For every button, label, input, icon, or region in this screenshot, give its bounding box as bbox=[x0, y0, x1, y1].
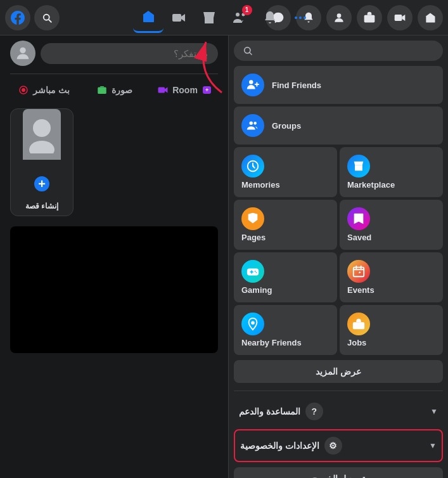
memories-label: Memories bbox=[241, 180, 280, 190]
pages-label: Pages bbox=[241, 233, 266, 242]
logout-btn[interactable]: تسجيل الخروج bbox=[234, 467, 443, 478]
svg-point-6 bbox=[299, 16, 302, 19]
settings-privacy-label: ⚙ الإعدادات والخصوصية bbox=[240, 437, 342, 455]
photo-btn[interactable]: صورة bbox=[80, 79, 148, 101]
nav-video2-btn[interactable] bbox=[387, 5, 413, 30]
menu-gaming[interactable]: Gaming bbox=[234, 252, 337, 302]
svg-rect-9 bbox=[364, 15, 375, 22]
svg-point-18 bbox=[29, 141, 54, 153]
svg-line-21 bbox=[250, 53, 252, 55]
svg-point-5 bbox=[295, 16, 297, 19]
room-icon: + bbox=[203, 86, 211, 94]
show-more-btn[interactable]: عرض المزيد bbox=[234, 360, 443, 383]
menu-saved[interactable]: Saved bbox=[340, 200, 443, 250]
svg-point-27 bbox=[255, 271, 256, 272]
content-area bbox=[10, 226, 218, 353]
svg-rect-10 bbox=[395, 15, 402, 21]
svg-rect-0 bbox=[172, 14, 181, 22]
marketplace-label: Marketplace bbox=[347, 180, 395, 190]
jobs-label: Jobs bbox=[347, 338, 366, 347]
svg-point-30 bbox=[251, 321, 255, 325]
help-chevron: ▼ bbox=[430, 407, 438, 416]
nav-profile-btn[interactable] bbox=[326, 5, 352, 30]
svg-rect-29 bbox=[354, 268, 364, 277]
nav-video-btn[interactable] bbox=[163, 3, 194, 33]
svg-point-8 bbox=[337, 13, 342, 18]
menu-pages[interactable]: Pages bbox=[234, 200, 337, 250]
post-input[interactable] bbox=[41, 43, 218, 64]
live-btn[interactable]: بث مباشر bbox=[10, 79, 78, 101]
nav-marketplace-btn[interactable] bbox=[194, 3, 224, 33]
menu-find-friends[interactable]: Find Friends bbox=[234, 66, 443, 104]
room-btn[interactable]: Room + bbox=[150, 79, 218, 101]
main-content: بث مباشر صورة Room + bbox=[0, 36, 448, 478]
nav-menu-btn[interactable] bbox=[285, 3, 316, 33]
nav-home2-btn[interactable] bbox=[418, 5, 443, 30]
svg-point-28 bbox=[256, 272, 257, 273]
menu-search-input[interactable] bbox=[258, 46, 434, 56]
settings-privacy-row[interactable]: ▼ ⚙ الإعدادات والخصوصية bbox=[234, 429, 443, 462]
left-panel: بث مباشر صورة Room + bbox=[0, 36, 228, 478]
search-icon bbox=[243, 46, 253, 56]
menu-memories[interactable]: Memories bbox=[234, 147, 337, 197]
facebook-logo-btn[interactable] bbox=[5, 5, 30, 30]
svg-rect-16 bbox=[158, 87, 165, 93]
svg-point-7 bbox=[304, 16, 306, 19]
nav-friends-btn[interactable]: 1 bbox=[224, 3, 255, 33]
nav-home-btn[interactable] bbox=[133, 3, 163, 33]
events-label: Events bbox=[347, 285, 374, 295]
gear-icon: ⚙ bbox=[324, 437, 342, 455]
friends-badge: 1 bbox=[242, 5, 252, 15]
groups-icon bbox=[241, 114, 264, 137]
help-support-label: ? المساعدة والدعم bbox=[239, 403, 323, 420]
nearby-friends-icon bbox=[241, 313, 264, 335]
create-story-card[interactable]: + إنشاء قصة bbox=[10, 108, 74, 216]
story-avatar bbox=[23, 109, 61, 160]
menu-events[interactable]: Events bbox=[340, 252, 443, 302]
gaming-label: Gaming bbox=[241, 285, 272, 295]
right-panel: Find Friends Groups bbox=[228, 36, 448, 478]
user-avatar bbox=[10, 41, 35, 66]
help-icon: ? bbox=[305, 403, 323, 420]
gaming-icon bbox=[241, 260, 264, 283]
section-divider-1 bbox=[234, 391, 443, 391]
live-label: بث مباشر bbox=[33, 85, 70, 95]
menu-marketplace[interactable]: Marketplace bbox=[340, 147, 443, 197]
help-support-row[interactable]: ▼ ? المساعدة والدعم bbox=[234, 396, 443, 427]
nav-left bbox=[5, 5, 106, 30]
stories-row: + إنشاء قصة bbox=[10, 108, 218, 216]
svg-point-1 bbox=[207, 22, 208, 23]
nearby-friends-label: Nearby Friends bbox=[241, 338, 302, 347]
svg-point-24 bbox=[253, 122, 257, 125]
marketplace-icon bbox=[347, 155, 370, 178]
create-story-label: إنشاء قصة bbox=[11, 202, 73, 210]
action-row: بث مباشر صورة Room + bbox=[10, 74, 218, 101]
jobs-icon bbox=[347, 313, 370, 335]
menu-nearby-friends[interactable]: Nearby Friends bbox=[234, 305, 337, 355]
svg-point-12 bbox=[22, 88, 25, 92]
room-label: Room bbox=[172, 85, 198, 95]
saved-label: Saved bbox=[347, 233, 371, 242]
svg-point-11 bbox=[20, 48, 25, 53]
find-friends-label: Find Friends bbox=[272, 81, 321, 90]
svg-point-2 bbox=[210, 22, 212, 23]
story-plus-icon: + bbox=[33, 175, 51, 193]
svg-point-23 bbox=[250, 122, 253, 126]
menu-search-box[interactable] bbox=[234, 41, 443, 61]
top-navigation: 1 bbox=[0, 0, 448, 36]
memories-icon bbox=[241, 155, 264, 178]
search-btn[interactable] bbox=[34, 5, 60, 30]
find-friends-icon bbox=[241, 74, 264, 96]
post-box bbox=[10, 41, 218, 66]
menu-groups[interactable]: Groups bbox=[234, 107, 443, 145]
photo-label: صورة bbox=[112, 85, 132, 95]
events-icon bbox=[347, 260, 370, 283]
nav-store-btn[interactable] bbox=[357, 5, 382, 30]
svg-point-3 bbox=[236, 13, 240, 16]
svg-point-15 bbox=[100, 89, 103, 93]
svg-point-17 bbox=[33, 119, 51, 137]
nav-notifications-btn[interactable] bbox=[255, 3, 285, 33]
groups-label: Groups bbox=[272, 121, 301, 131]
settings-chevron: ▼ bbox=[429, 441, 437, 450]
menu-jobs[interactable]: Jobs bbox=[340, 305, 443, 355]
